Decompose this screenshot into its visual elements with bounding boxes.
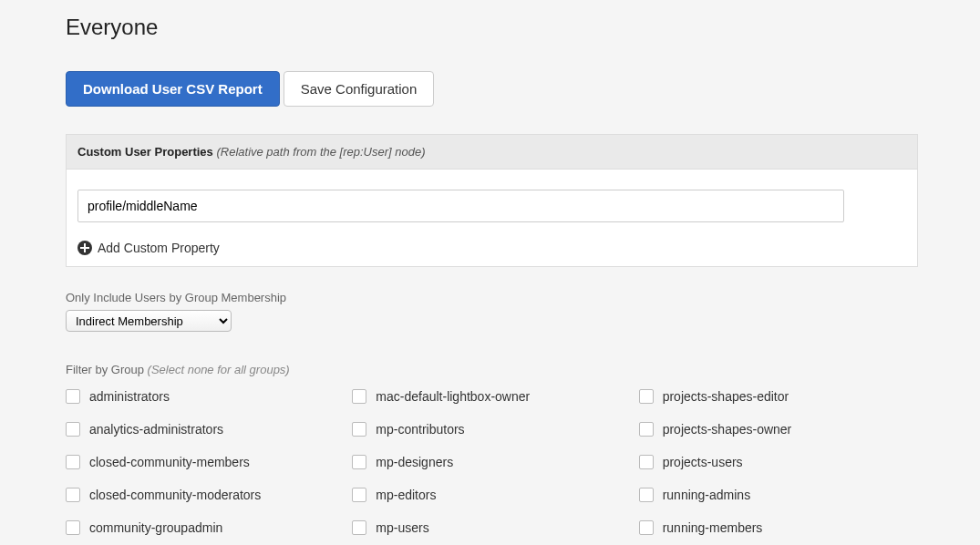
- group-checkbox-running-members[interactable]: running-members: [639, 520, 925, 535]
- group-checkbox-closed-community-moderators[interactable]: closed-community-moderators: [66, 488, 352, 502]
- checkbox-icon: [66, 389, 80, 404]
- group-checkbox-mp-designers[interactable]: mp-designers: [352, 455, 638, 469]
- add-custom-property-label: Add Custom Property: [98, 241, 220, 255]
- group-label: analytics-administrators: [89, 422, 223, 437]
- download-csv-button[interactable]: Download User CSV Report: [66, 71, 280, 107]
- group-label: administrators: [89, 389, 170, 404]
- group-checkbox-administrators[interactable]: administrators: [66, 389, 352, 404]
- custom-properties-header: Custom User Properties (Relative path fr…: [67, 135, 917, 170]
- checkbox-icon: [639, 455, 654, 469]
- group-label: projects-users: [663, 455, 743, 469]
- checkbox-icon: [352, 455, 366, 469]
- group-label: projects-shapes-owner: [663, 422, 792, 437]
- page-title: Everyone: [66, 15, 925, 40]
- custom-properties-panel: Custom User Properties (Relative path fr…: [66, 134, 918, 267]
- checkbox-icon: [352, 422, 366, 437]
- checkbox-icon: [639, 389, 654, 404]
- custom-property-input[interactable]: [77, 190, 844, 222]
- group-checkbox-closed-community-members[interactable]: closed-community-members: [66, 455, 352, 469]
- group-label: running-members: [663, 520, 763, 535]
- group-checkbox-grid: administratorsanalytics-administratorscl…: [58, 389, 925, 545]
- group-checkbox-analytics-administrators[interactable]: analytics-administrators: [66, 422, 352, 437]
- filter-hint: (Select none for all groups): [148, 363, 290, 376]
- group-checkbox-mp-contributors[interactable]: mp-contributors: [352, 422, 638, 437]
- group-checkbox-projects-shapes-editor[interactable]: projects-shapes-editor: [639, 389, 925, 404]
- action-buttons: Download User CSV Report Save Configurat…: [66, 71, 925, 107]
- save-configuration-button[interactable]: Save Configuration: [284, 71, 435, 107]
- group-label: mp-editors: [376, 488, 436, 502]
- checkbox-icon: [639, 488, 654, 502]
- checkbox-icon: [639, 422, 654, 437]
- group-checkbox-running-admins[interactable]: running-admins: [639, 488, 925, 502]
- group-label: community-groupadmin: [89, 520, 222, 535]
- checkbox-icon: [66, 520, 80, 535]
- group-label: closed-community-moderators: [89, 488, 261, 502]
- filter-label-row: Filter by Group (Select none for all gro…: [66, 363, 918, 376]
- group-checkbox-mp-users[interactable]: mp-users: [352, 520, 638, 535]
- checkbox-icon: [639, 520, 654, 535]
- group-checkbox-mp-editors[interactable]: mp-editors: [352, 488, 638, 502]
- plus-icon: [77, 241, 92, 255]
- group-label: mac-default-lightbox-owner: [376, 389, 530, 404]
- group-label: mp-contributors: [376, 422, 464, 437]
- checkbox-icon: [352, 520, 366, 535]
- add-custom-property-button[interactable]: Add Custom Property: [77, 241, 906, 255]
- membership-select[interactable]: Indirect Membership: [66, 310, 232, 332]
- checkbox-icon: [352, 389, 366, 404]
- membership-label: Only Include Users by Group Membership: [66, 291, 918, 304]
- group-checkbox-projects-users[interactable]: projects-users: [639, 455, 925, 469]
- group-label: mp-users: [376, 520, 428, 535]
- group-label: running-admins: [663, 488, 751, 502]
- group-label: projects-shapes-editor: [663, 389, 789, 404]
- checkbox-icon: [66, 422, 80, 437]
- checkbox-icon: [66, 455, 80, 469]
- checkbox-icon: [66, 488, 80, 502]
- group-label: mp-designers: [376, 455, 453, 469]
- group-label: closed-community-members: [89, 455, 250, 469]
- group-checkbox-mac-default-lightbox-owner[interactable]: mac-default-lightbox-owner: [352, 389, 638, 404]
- filter-label: Filter by Group: [66, 363, 144, 376]
- custom-properties-hint: (Relative path from the [rep:User] node): [216, 145, 425, 159]
- checkbox-icon: [352, 488, 366, 502]
- group-checkbox-projects-shapes-owner[interactable]: projects-shapes-owner: [639, 422, 925, 437]
- custom-properties-title: Custom User Properties: [77, 145, 213, 159]
- group-checkbox-community-groupadmin[interactable]: community-groupadmin: [66, 520, 352, 535]
